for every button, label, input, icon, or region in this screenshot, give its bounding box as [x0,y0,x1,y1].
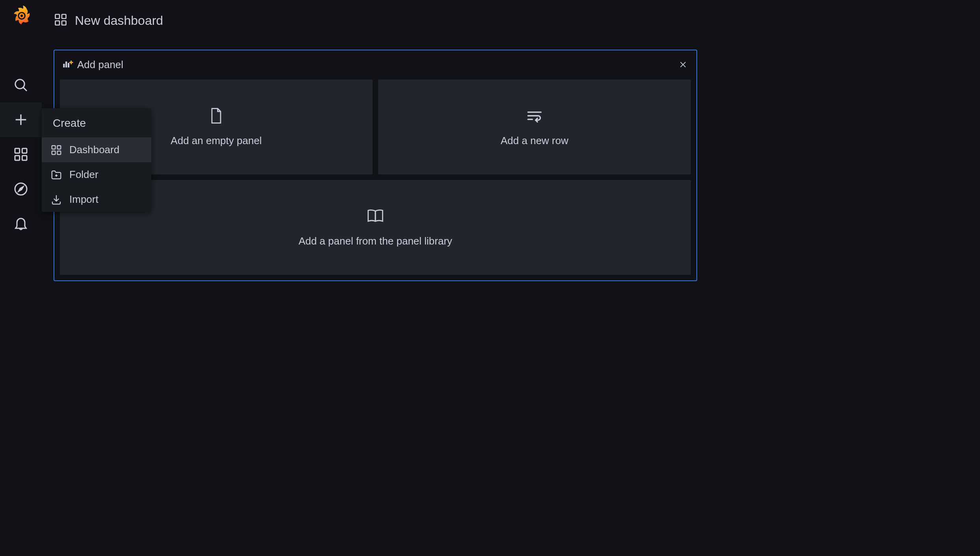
page-title: New dashboard [75,13,163,28]
apps-icon [50,144,62,156]
create-folder-label: Folder [69,169,98,181]
svg-rect-18 [68,63,69,68]
sidebar [0,0,42,556]
svg-rect-13 [62,15,66,19]
svg-point-2 [15,80,24,89]
wrap-text-icon [526,107,543,126]
grafana-logo-icon [11,5,31,25]
folder-plus-icon [50,169,62,181]
add-panel-header-left: Add panel [62,58,123,71]
create-flyout-menu: Create Dashboard Folder Import [42,108,151,212]
book-open-icon [367,208,384,226]
add-new-row-button[interactable]: Add a new row [378,80,691,174]
svg-rect-7 [22,148,27,153]
sidebar-dashboards[interactable] [0,137,42,172]
svg-rect-6 [15,148,20,153]
svg-point-1 [20,15,23,17]
svg-rect-27 [52,151,56,154]
sidebar-alerting[interactable] [0,206,42,241]
add-empty-panel-label: Add an empty panel [171,135,262,147]
compass-icon [13,181,29,197]
create-dashboard-label: Dashboard [69,144,119,156]
add-panel-library-label: Add a panel from the panel library [299,235,452,247]
svg-rect-16 [63,64,65,67]
plus-icon [13,112,29,128]
main-content: New dashboard Add panel [42,0,980,556]
close-icon [679,60,687,69]
svg-rect-15 [62,21,66,25]
svg-rect-25 [52,145,56,149]
add-new-row-label: Add a new row [501,135,568,147]
dashboard-icon [54,13,68,28]
create-import-item[interactable]: Import [42,187,151,212]
add-panel-header: Add panel [60,55,691,74]
create-dashboard-item[interactable]: Dashboard [42,137,151,162]
search-icon [13,77,29,93]
create-import-label: Import [69,193,98,206]
svg-rect-28 [58,151,61,154]
apps-icon [13,146,29,162]
create-folder-item[interactable]: Folder [42,162,151,187]
grafana-logo[interactable] [11,5,31,25]
sidebar-search[interactable] [0,68,42,102]
page-header: New dashboard [54,13,968,28]
svg-rect-14 [56,21,60,25]
add-panel-library-button[interactable]: Add a panel from the panel library [60,180,691,275]
bell-icon [13,216,29,232]
svg-line-3 [23,87,27,91]
svg-marker-11 [19,187,23,191]
sidebar-explore[interactable] [0,172,42,206]
file-icon [208,107,225,126]
svg-rect-12 [56,15,60,19]
add-panel-icon [62,58,73,71]
svg-rect-9 [22,156,27,160]
add-panel-title: Add panel [77,59,123,71]
svg-rect-17 [65,61,67,67]
import-icon [50,194,62,206]
svg-rect-8 [15,156,20,160]
sidebar-create[interactable] [0,102,42,137]
panel-options-row: Add an empty panel Add a new row [60,80,691,174]
create-menu-title[interactable]: Create [42,108,151,137]
close-add-panel-button[interactable] [677,59,689,70]
svg-rect-26 [58,145,61,149]
